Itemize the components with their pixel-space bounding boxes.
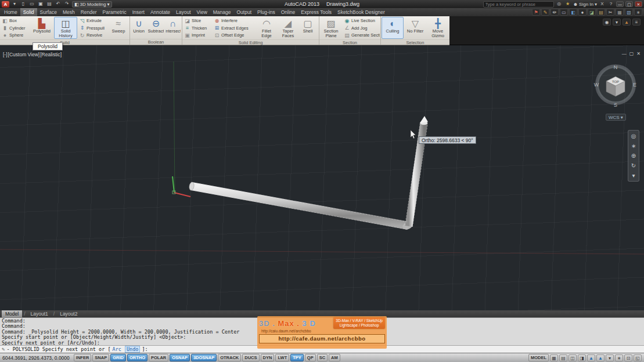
star-icon[interactable]: ★ <box>564 1 571 8</box>
showmotion-icon[interactable]: ▾ <box>632 172 635 179</box>
union-button[interactable]: ∪Union <box>131 17 147 38</box>
ucs-icon[interactable] <box>172 176 190 197</box>
sphere-button[interactable]: ●Sphere <box>1 32 30 39</box>
new-file-icon[interactable]: ▯ <box>20 1 27 8</box>
orbit-icon[interactable]: ↻ <box>631 162 636 169</box>
box-button[interactable]: ◧Box <box>1 17 30 24</box>
annotation-scale-icon[interactable]: ▲ <box>587 354 595 361</box>
tab-solid[interactable]: Solid <box>20 8 37 16</box>
tab-mesh[interactable]: Mesh <box>60 8 78 16</box>
print-icon[interactable]: ▦ <box>616 9 624 16</box>
revolve-button[interactable]: ↻Revolve <box>78 32 108 39</box>
drawing-viewport[interactable]: [-] [Custom View] [Realistic] — ▢ ✕ N W … <box>0 45 644 310</box>
quickview-layouts-icon[interactable]: ◫ <box>569 354 577 361</box>
workspace-switcher[interactable]: ◧ 3D Modeling ▾ <box>72 1 112 8</box>
layout-icon[interactable]: ▤ <box>559 354 567 361</box>
pen-icon[interactable]: ✏ <box>551 9 559 16</box>
tab-express-tools[interactable]: Express Tools <box>298 8 334 16</box>
tab-layout1[interactable]: Layout1 <box>27 310 52 317</box>
minimize-button[interactable]: — <box>616 1 624 7</box>
panel-label-solid[interactable]: Solid <box>0 39 129 45</box>
fillet-edge-button[interactable]: ◠Fillet Edge <box>256 17 277 39</box>
workspace-gear-icon[interactable]: ∗ <box>615 354 623 361</box>
close-button[interactable]: ✕ <box>635 1 642 7</box>
tab-plugins[interactable]: Plug-ins <box>254 8 278 16</box>
shell-button[interactable]: ▢Shell <box>299 17 316 39</box>
visual-style-control[interactable]: [Realistic] <box>40 52 62 57</box>
ad-main-url[interactable]: http://cafe.daum.net/archcbbo <box>259 334 385 343</box>
box-icon[interactable]: ◧ <box>569 9 577 16</box>
toggle-ortho[interactable]: ORTHO <box>127 354 147 361</box>
add-jog-button[interactable]: ∠Add Jog <box>343 24 380 31</box>
offset-edge-button[interactable]: ⊡Offset Edge <box>213 32 256 39</box>
compass-south[interactable]: S <box>614 102 617 108</box>
toolbar-lock-icon[interactable]: ⊡ <box>624 354 632 361</box>
cylinder-button[interactable]: ▮Cylinder <box>1 24 30 31</box>
toggle-tpy[interactable]: TPY <box>290 354 304 361</box>
search-input[interactable] <box>483 1 554 8</box>
tab-layout[interactable]: Layout <box>173 8 194 16</box>
toggle-am[interactable]: AM <box>329 354 340 361</box>
zoom-icon[interactable]: ⊕ <box>631 153 636 159</box>
redo-icon[interactable]: ↷ <box>63 1 70 8</box>
marker-icon[interactable]: ▲ <box>623 19 631 26</box>
steering-wheel-icon[interactable]: ◎ <box>631 133 636 139</box>
subtract-button[interactable]: ⊖Subtract <box>147 17 164 38</box>
polysolid-button[interactable]: ▙Polysolid <box>30 17 53 39</box>
live-section-button[interactable]: ◉Live Section <box>343 17 380 24</box>
scissors-icon[interactable]: ✂ <box>606 9 614 16</box>
settings-icon[interactable]: ∗ <box>634 9 642 16</box>
toggle-otrack[interactable]: OTRACK <box>218 354 241 361</box>
toggle-3dosnap[interactable]: 3DOSNAP <box>191 354 217 361</box>
app-menu-arrow-icon[interactable]: ▾ <box>11 1 18 8</box>
tab-output[interactable]: Output <box>234 8 255 16</box>
panel-label-selection[interactable]: Selection <box>381 39 449 45</box>
annotation-auto-icon[interactable]: ▲ <box>596 354 605 361</box>
compass-north[interactable]: N <box>614 64 618 70</box>
toggle-sc[interactable]: SC <box>317 354 328 361</box>
tab-insert[interactable]: Insert <box>129 8 147 16</box>
move-gizmo-button[interactable]: ╋Move Gizmo <box>427 17 449 39</box>
search-icon[interactable]: ◎ <box>556 1 563 8</box>
panel-label-section[interactable]: Section <box>319 39 380 45</box>
toggle-dyn[interactable]: DYN <box>261 354 275 361</box>
layers-icon[interactable]: ▤ <box>597 9 605 16</box>
tab-manage[interactable]: Manage <box>210 8 234 16</box>
toggle-ducs[interactable]: DUCS <box>242 354 259 361</box>
tab-online[interactable]: Online <box>278 8 298 16</box>
compass-west[interactable]: W <box>594 82 599 88</box>
compass-east[interactable]: E <box>633 82 636 88</box>
tab-render[interactable]: Render <box>78 8 100 16</box>
model-space-button[interactable]: MODEL <box>528 354 549 361</box>
plot-icon[interactable]: ▤ <box>46 1 53 8</box>
taper-faces-button[interactable]: ◢Taper Faces <box>278 17 298 39</box>
flag-icon[interactable]: ⚑ <box>532 9 540 16</box>
extract-edges-button[interactable]: ⊞Extract Edges <box>213 24 256 31</box>
pan-icon[interactable]: ∗ <box>631 143 636 149</box>
toggle-lwt[interactable]: LWT <box>275 354 289 361</box>
intersect-button[interactable]: ∩Intersect <box>165 17 181 38</box>
viewport-close-button[interactable]: ✕ <box>636 51 641 56</box>
extrude-button[interactable]: ◹Extrude <box>78 17 108 24</box>
panel-label-boolean[interactable]: Boolean <box>130 39 182 45</box>
open-icon[interactable]: ▭ <box>28 1 35 8</box>
no-filter-button[interactable]: ▽No Filter <box>404 17 426 39</box>
viewcube[interactable]: N W E S TOP <box>591 59 640 113</box>
imprint-button[interactable]: ▣Imprint <box>183 32 212 39</box>
toggle-osnap[interactable]: OSNAP <box>170 354 190 361</box>
help-icon[interactable]: ? <box>607 1 614 8</box>
command-option-arc[interactable]: Arc <box>113 346 121 352</box>
viewport-restore-button[interactable]: ▢ <box>629 51 634 56</box>
toggle-infer[interactable]: INFER <box>74 354 92 361</box>
polysolid-object[interactable] <box>189 116 428 231</box>
tab-view[interactable]: View <box>194 8 210 16</box>
solid-history-button[interactable]: ◫Solid History <box>54 17 77 39</box>
model-space-icon[interactable]: ▦ <box>550 354 558 361</box>
thicken-button[interactable]: ≡Thicken <box>183 24 212 31</box>
toggle-polar[interactable]: POLAR <box>149 354 168 361</box>
coordinates-readout[interactable]: 6044.3691, 2926.4373, 0.0000 <box>2 355 70 361</box>
viewport-menu-control[interactable]: [-] <box>3 52 8 57</box>
generate-section-button[interactable]: ▤Generate Section <box>343 32 380 39</box>
slice-icon[interactable]: ◪ <box>588 9 596 16</box>
tab-home[interactable]: Home <box>1 8 20 16</box>
